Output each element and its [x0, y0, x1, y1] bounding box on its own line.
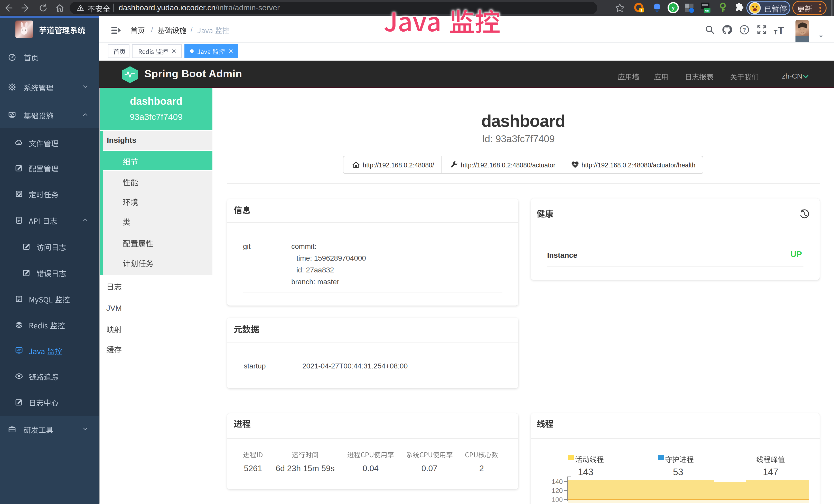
svg-text:1: 1 — [641, 8, 643, 12]
svg-text:on: on — [705, 8, 709, 12]
svg-text:?: ? — [743, 27, 746, 32]
svg-text:y: y — [672, 5, 675, 10]
